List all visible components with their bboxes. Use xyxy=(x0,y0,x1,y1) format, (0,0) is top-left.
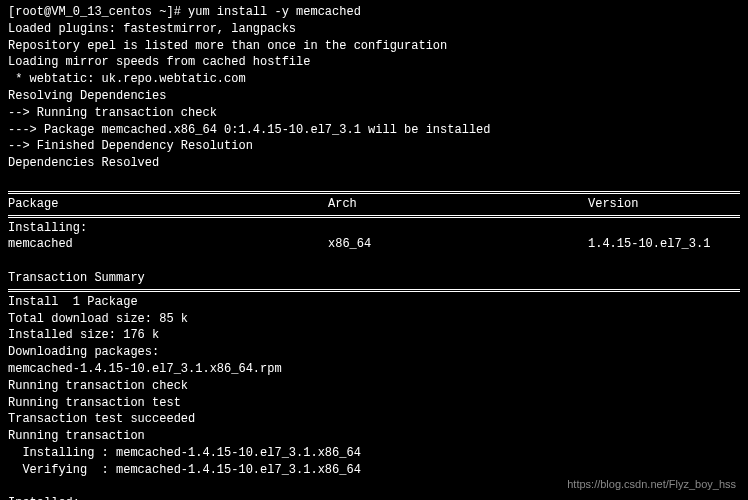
cell-package: memcached xyxy=(8,236,328,253)
installed-label: Installed: xyxy=(8,495,740,500)
output-line: Resolving Dependencies xyxy=(8,88,740,105)
output-line: --> Running transaction check xyxy=(8,105,740,122)
output-line: * webtatic: uk.repo.webtatic.com xyxy=(8,71,740,88)
download-size: Total download size: 85 k xyxy=(8,311,740,328)
transaction-summary-title: Transaction Summary xyxy=(8,270,740,287)
cell-version: 1.4.15-10.el7_3.1 xyxy=(588,236,740,253)
divider xyxy=(8,215,740,218)
run-transaction: Running transaction xyxy=(8,428,740,445)
divider xyxy=(8,191,740,194)
install-count: Install 1 Package xyxy=(8,294,740,311)
blank-line xyxy=(8,253,740,270)
output-line: --> Finished Dependency Resolution xyxy=(8,138,740,155)
col-header-arch: Arch xyxy=(328,196,588,213)
downloading-label: Downloading packages: xyxy=(8,344,740,361)
table-row: memcached x86_64 1.4.15-10.el7_3.1 xyxy=(8,236,740,253)
divider xyxy=(8,289,740,292)
shell-prompt: [root@VM_0_13_centos ~]# yum install -y … xyxy=(8,4,740,21)
output-line: Loading mirror speeds from cached hostfi… xyxy=(8,54,740,71)
output-line: ---> Package memcached.x86_64 0:1.4.15-1… xyxy=(8,122,740,139)
blank-line xyxy=(8,172,740,189)
col-header-package: Package xyxy=(8,196,328,213)
test-ok: Transaction test succeeded xyxy=(8,411,740,428)
installed-size: Installed size: 176 k xyxy=(8,327,740,344)
col-header-version: Version xyxy=(588,196,740,213)
output-line: Dependencies Resolved xyxy=(8,155,740,172)
watermark: https://blog.csdn.net/Flyz_boy_hss xyxy=(567,477,736,492)
cell-arch: x86_64 xyxy=(328,236,588,253)
installing-step: Installing : memcached-1.4.15-10.el7_3.1… xyxy=(8,445,740,462)
run-check: Running transaction check xyxy=(8,378,740,395)
installing-label: Installing: xyxy=(8,220,740,237)
output-line: Loaded plugins: fastestmirror, langpacks xyxy=(8,21,740,38)
run-test: Running transaction test xyxy=(8,395,740,412)
rpm-file: memcached-1.4.15-10.el7_3.1.x86_64.rpm xyxy=(8,361,740,378)
output-line: Repository epel is listed more than once… xyxy=(8,38,740,55)
table-header: Package Arch Version xyxy=(8,196,740,213)
